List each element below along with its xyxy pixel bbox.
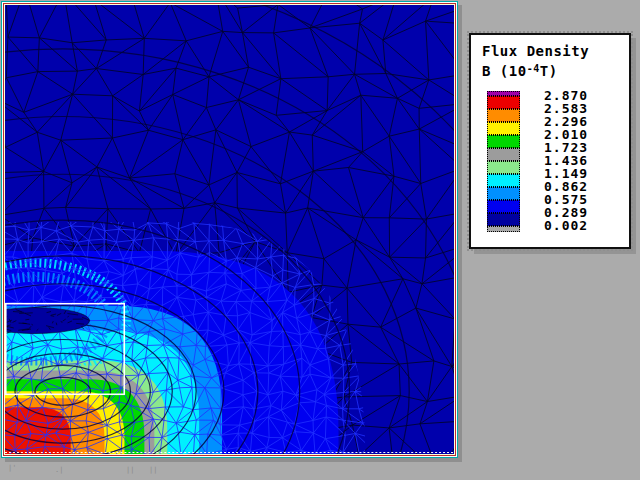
legend-swatch [487,96,520,109]
legend-value: 0.002 [544,220,622,232]
artifact-mark: |' [8,465,16,472]
legend-title: Flux Density B (10-4T) [482,43,589,80]
app-background: Flux Density B (10-4T) 2.870 2.583 2.296… [0,0,640,480]
legend-swatch [487,109,520,122]
flux-density-plot [5,5,454,454]
legend-exponent: -4 [527,63,540,74]
legend-swatch [487,200,520,213]
legend-swatch [487,161,520,174]
artifact-mark: || [126,467,134,474]
legend-swatch [487,148,520,161]
legend-panel: Flux Density B (10-4T) 2.870 2.583 2.296… [469,33,631,249]
legend-swatch [487,174,520,187]
flux-plot-canvas[interactable] [5,5,454,454]
plot-window [1,1,458,458]
plot-frame-inner [4,4,455,455]
legend-swatch [487,122,520,135]
legend-swatch-undermin [487,226,520,232]
legend-color-scale: 2.870 2.583 2.296 2.010 1.723 1.436 1.14… [487,91,625,232]
legend-swatch [487,213,520,226]
artifact-mark: .| [55,467,63,474]
legend-swatch [487,135,520,148]
artifact-mark: || [149,467,157,474]
legend-swatch [487,187,520,200]
plot-frame-red [3,3,456,456]
legend-title-line1: Flux Density [482,43,589,60]
plot-frame-white [2,2,457,457]
legend-title-line2: B (10-4T) [482,60,589,80]
